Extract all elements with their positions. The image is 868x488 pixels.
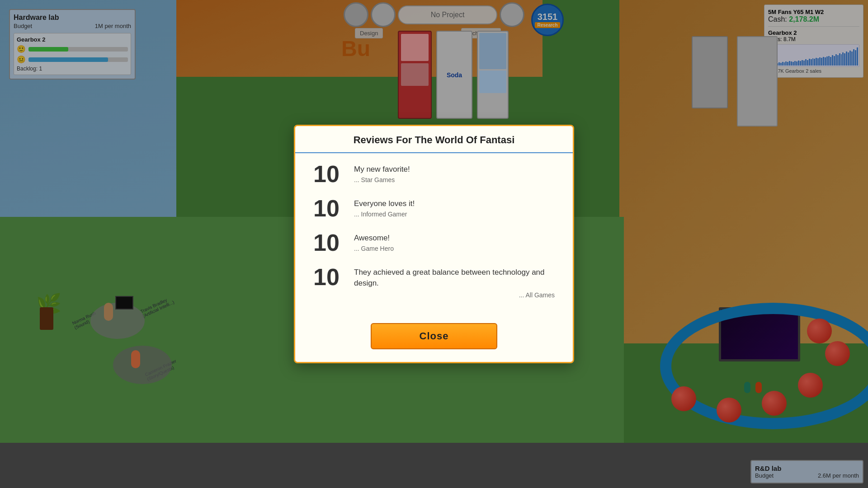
review-source: ... Game Hero bbox=[354, 245, 394, 252]
review-text-block: Awesome!... Game Hero bbox=[354, 231, 394, 252]
review-score: 10 bbox=[313, 162, 345, 186]
review-item: 10Everyone loves it!... Informed Gamer bbox=[313, 197, 555, 220]
review-text-block: My new favorite!... Star Games bbox=[354, 162, 410, 183]
review-item: 10They achieved a great balance between … bbox=[313, 265, 555, 299]
review-comment: My new favorite! bbox=[354, 164, 410, 175]
modal-overlay: Reviews For The World Of Fantasi 10My ne… bbox=[0, 0, 868, 488]
review-source: ... All Games bbox=[354, 291, 555, 299]
review-score: 10 bbox=[313, 265, 345, 289]
close-button[interactable]: Close bbox=[371, 323, 497, 349]
review-item: 10My new favorite!... Star Games bbox=[313, 162, 555, 186]
review-source: ... Star Games bbox=[354, 176, 410, 183]
review-comment: Everyone loves it! bbox=[354, 198, 415, 209]
review-item: 10Awesome!... Game Hero bbox=[313, 231, 555, 254]
review-score: 10 bbox=[313, 197, 345, 220]
review-text-block: They achieved a great balance between te… bbox=[354, 265, 555, 299]
review-source: ... Informed Gamer bbox=[354, 211, 415, 218]
reviews-modal: Reviews For The World Of Fantasi 10My ne… bbox=[294, 125, 574, 363]
modal-header: Reviews For The World Of Fantasi bbox=[295, 126, 573, 153]
modal-footer: Close bbox=[295, 319, 573, 362]
review-score: 10 bbox=[313, 231, 345, 254]
modal-title: Reviews For The World Of Fantasi bbox=[306, 134, 562, 146]
modal-body: 10My new favorite!... Star Games10Everyo… bbox=[295, 153, 573, 319]
review-comment: They achieved a great balance between te… bbox=[354, 267, 555, 289]
review-comment: Awesome! bbox=[354, 233, 394, 244]
review-text-block: Everyone loves it!... Informed Gamer bbox=[354, 197, 415, 218]
